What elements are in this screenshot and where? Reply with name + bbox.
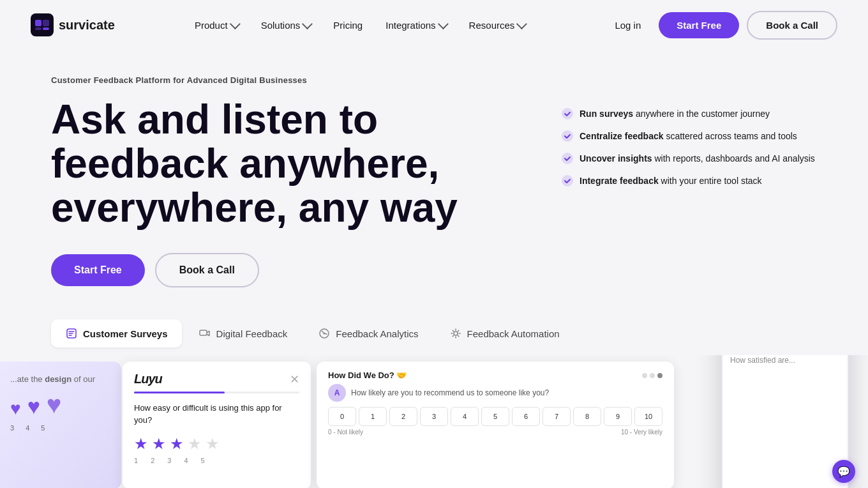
chat-bubble-button[interactable]: 💬 <box>832 460 855 483</box>
hearts-card: ...ate the design of our ♥ ♥ ♥ 3 4 5 <box>0 362 121 488</box>
nps-title: How Did We Do? 🤝 <box>328 370 407 380</box>
heart-icon: ♥ <box>47 390 62 419</box>
nps-3[interactable]: 3 <box>420 407 448 426</box>
phone-frame: 8:51 ●●● WiFi 🔋 ← ⊞ ⬇ ••• How did we do?… <box>721 355 849 488</box>
tabs-section: Customer Surveys Digital Feedback Feed <box>0 319 868 347</box>
svg-point-8 <box>562 175 573 187</box>
chevron-down-icon <box>438 19 449 29</box>
nps-5[interactable]: 5 <box>481 407 509 426</box>
svg-point-15 <box>324 333 326 335</box>
svg-rect-13 <box>200 330 207 335</box>
nps-dot <box>650 373 655 378</box>
svg-point-5 <box>562 108 573 119</box>
automation-icon <box>449 327 462 340</box>
chevron-down-icon <box>516 19 527 29</box>
surveys-icon <box>65 327 78 340</box>
logo[interactable]: survicate <box>31 13 115 36</box>
navbar: survicate Product Solutions Pricing Inte… <box>0 0 868 50</box>
nps-10[interactable]: 10 <box>634 407 662 426</box>
hero-right: Run surveys anywhere in the customer jou… <box>562 75 817 213</box>
svg-rect-2 <box>43 20 49 26</box>
star-labels: 1 2 3 4 5 <box>134 457 299 464</box>
nav-resources[interactable]: Resources <box>460 15 534 36</box>
nav-product[interactable]: Product <box>186 15 247 36</box>
close-icon[interactable]: ✕ <box>290 372 299 386</box>
phone-sub-question: How satisfied are... <box>730 356 840 365</box>
nav-start-free-button[interactable]: Start Free <box>659 12 739 38</box>
rating-numbers: 3 4 5 <box>10 424 111 432</box>
nav-pricing[interactable]: Pricing <box>324 15 371 36</box>
feature-item-0: Run surveys anywhere in the customer jou… <box>562 107 817 121</box>
feature-list: Run surveys anywhere in the customer jou… <box>562 107 817 188</box>
nps-0[interactable]: 0 <box>328 407 356 426</box>
check-icon <box>562 153 573 164</box>
hero-start-free-button[interactable]: Start Free <box>51 254 145 286</box>
nps-dot <box>642 373 647 378</box>
svg-rect-1 <box>35 20 41 26</box>
nps-range-labels: 0 - Not likely 10 - Very likely <box>328 429 662 436</box>
svg-point-6 <box>562 130 573 142</box>
logo-text: survicate <box>59 18 115 33</box>
nps-8[interactable]: 8 <box>573 407 601 426</box>
nav-integrations[interactable]: Integrations <box>377 15 454 36</box>
hero-left: Customer Feedback Platform for Advanced … <box>51 75 458 287</box>
hearts-row: ♥ ♥ ♥ <box>10 390 111 419</box>
svg-point-7 <box>562 153 573 164</box>
nps-dot <box>657 373 662 378</box>
nps-avatar: A <box>328 384 346 402</box>
digital-feedback-icon <box>198 327 211 340</box>
tab-feedback-analytics[interactable]: Feedback Analytics <box>304 319 432 347</box>
nps-2[interactable]: 2 <box>389 407 417 426</box>
survey-logo: Luyu <box>134 372 162 386</box>
star-filled[interactable]: ★ <box>170 435 184 453</box>
star-filled[interactable]: ★ <box>134 435 148 453</box>
heart-icon: ♥ <box>27 394 40 419</box>
hero-section: Customer Feedback Platform for Advanced … <box>0 50 868 307</box>
nps-card: How Did We Do? 🤝 A How likely are you to… <box>317 362 674 488</box>
chevron-down-icon <box>302 19 313 29</box>
check-icon <box>562 130 573 142</box>
star-empty[interactable]: ★ <box>188 435 202 453</box>
heart-icon: ♥ <box>10 399 21 419</box>
hero-title: Ask and listen to feedback anywhere, eve… <box>51 98 458 230</box>
analytics-icon <box>318 327 331 340</box>
svg-rect-3 <box>35 27 41 30</box>
survey-question: How easy or difficult is using this app … <box>134 402 299 425</box>
survey-app-card: Luyu ✕ How easy or difficult is using th… <box>123 362 311 488</box>
login-button[interactable]: Log in <box>604 15 651 36</box>
check-icon <box>562 175 573 187</box>
nps-9[interactable]: 9 <box>604 407 632 426</box>
hero-eyebrow: Customer Feedback Platform for Advanced … <box>51 75 458 85</box>
feature-item-3: Integrate feedback with your entire tool… <box>562 174 817 188</box>
nav-links: Product Solutions Pricing Integrations R… <box>186 15 534 36</box>
nps-4[interactable]: 4 <box>451 407 479 426</box>
feature-item-1: Centralize feedback scattered across tea… <box>562 130 817 143</box>
chevron-down-icon <box>230 19 241 29</box>
star-empty[interactable]: ★ <box>206 435 220 453</box>
tabs-bar: Customer Surveys Digital Feedback Feed <box>51 319 817 347</box>
hero-book-call-button[interactable]: Book a Call <box>155 253 259 287</box>
tab-customer-surveys[interactable]: Customer Surveys <box>51 319 182 347</box>
tab-digital-feedback[interactable]: Digital Feedback <box>184 319 302 347</box>
hero-cta: Start Free Book a Call <box>51 253 458 287</box>
nps-6[interactable]: 6 <box>512 407 540 426</box>
check-icon <box>562 108 573 119</box>
nav-actions: Log in Start Free Book a Call <box>604 11 837 40</box>
star-filled[interactable]: ★ <box>152 435 166 453</box>
nps-scale: 0 1 2 3 4 5 6 7 8 9 10 <box>328 407 662 426</box>
feature-item-2: Uncover insights with reports, dashboard… <box>562 152 817 165</box>
nps-7[interactable]: 7 <box>542 407 571 426</box>
nps-1[interactable]: 1 <box>359 407 387 426</box>
stars-row: ★ ★ ★ ★ ★ <box>134 435 299 453</box>
tab-feedback-automation[interactable]: Feedback Automation <box>435 319 574 347</box>
nps-sub: How likely are you to recommend us to so… <box>351 388 549 397</box>
nav-solutions[interactable]: Solutions <box>252 15 320 36</box>
svg-rect-0 <box>31 13 54 36</box>
mobile-card: 8:51 ●●● WiFi 🔋 ← ⊞ ⬇ ••• How did we do?… <box>664 355 868 488</box>
svg-point-16 <box>454 332 458 335</box>
nav-book-call-button[interactable]: Book a Call <box>747 11 837 40</box>
svg-rect-4 <box>43 27 49 30</box>
